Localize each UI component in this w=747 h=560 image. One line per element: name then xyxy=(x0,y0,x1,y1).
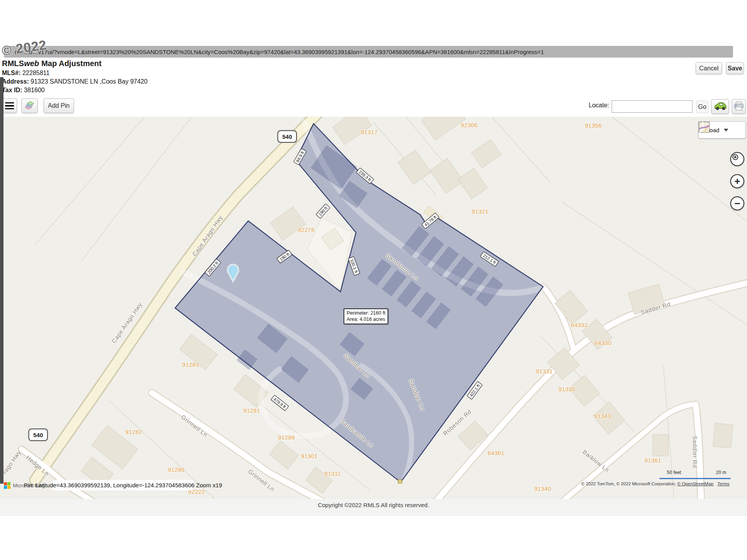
parcel-number-label: 91299 xyxy=(278,434,295,441)
street-label: Sandcastle Ln xyxy=(339,418,375,449)
parcel-number-label: 91343 xyxy=(594,413,611,419)
street-label: Grinnell Ln xyxy=(247,468,276,492)
address-label: Address: xyxy=(2,78,29,85)
map-labels-layer: Cape Arago HwyCape Arago Hwyrago HwyHedg… xyxy=(0,117,747,499)
print-button[interactable] xyxy=(732,99,746,114)
measurement-label: 41.78 ft xyxy=(421,213,439,229)
map-attribution: © 2022 TomTom, © 2022 Microsoft Corporat… xyxy=(581,481,729,486)
street-label: rago Hwy xyxy=(1,449,22,475)
street-label: Sadder Rd xyxy=(640,301,672,315)
parcel-number-label: 91283 xyxy=(182,361,199,368)
minus-icon: − xyxy=(734,198,740,208)
measurement-label: 422.1 ft xyxy=(467,381,482,399)
microsoft-logo-icon xyxy=(4,482,11,489)
url-text: rm….o…v17ui/?vmode=L&street=91323%20%20S… xyxy=(4,49,544,55)
hamburger-icon xyxy=(5,102,14,110)
scale-metric-label: 20 m xyxy=(716,470,726,475)
measurement-label: 200.2 ft xyxy=(205,259,221,276)
parcel-number-label: 91331 xyxy=(536,368,553,374)
printer-icon xyxy=(733,101,744,113)
zoom-in-button[interactable]: + xyxy=(730,174,744,188)
locate-input[interactable] xyxy=(612,100,693,113)
taxid-value: 381600 xyxy=(24,87,45,93)
cancel-button[interactable]: Cancel xyxy=(696,62,722,74)
window-edge xyxy=(0,77,4,484)
street-label: Robeson Rd xyxy=(442,408,472,437)
url-status-bar: rm….o…v17ui/?vmode=L&street=91323%20%20S… xyxy=(4,46,733,58)
street-label: Grinnell Ln xyxy=(180,413,209,438)
layers-button[interactable] xyxy=(21,98,38,113)
brand-web: web xyxy=(24,59,39,68)
route-shield-540: 540 xyxy=(28,429,48,441)
street-label: Cape Arago Hwy xyxy=(191,214,224,257)
parcel-number-label: 91282 xyxy=(125,429,142,435)
measurement-label: 190 ft xyxy=(277,250,292,264)
layers-icon xyxy=(24,100,35,112)
taxid-line: Tax ID: 381600 xyxy=(2,87,45,94)
perimeter-value: Perimeter: 2160 ft xyxy=(347,310,385,316)
parcel-number-label: 92306 xyxy=(461,122,478,128)
go-button[interactable]: Go xyxy=(696,101,708,113)
locate-me-button[interactable] xyxy=(730,152,744,166)
footer: Copyright ©2022 RMLS All rights reserved… xyxy=(0,499,747,516)
street-label: Cape Arago Hwy xyxy=(110,301,144,344)
plus-icon: + xyxy=(734,176,740,186)
parcel-number-label: 91321 xyxy=(472,208,489,215)
brand-rmls: RMLS xyxy=(2,59,24,68)
parcel-number-label: 92278 xyxy=(298,226,315,233)
pin-coordinates-status: Pin: Latitude=43.3690399592139, Longitud… xyxy=(53,480,193,490)
terms-link[interactable]: Terms xyxy=(717,481,729,486)
measurement-label: 190 ft xyxy=(316,204,330,219)
zoom-out-button[interactable]: − xyxy=(730,196,744,210)
title-rest: Map Adjustment xyxy=(39,59,102,68)
perimeter-area-infobox: Perimeter: 2160 ft Area: 4.016 acres xyxy=(344,308,388,324)
chevron-down-icon xyxy=(724,129,728,131)
pin-coordinates-text: Pin: Latitude=43.3690399592139, Longitud… xyxy=(24,482,222,488)
street-label: Saddler Rd xyxy=(692,436,698,468)
menu-button[interactable] xyxy=(2,98,17,113)
street-label: Sandstone Ln xyxy=(385,252,420,282)
parcel-number-label: 91317 xyxy=(361,129,378,135)
parcel-number-label: 64361 xyxy=(487,450,505,456)
parcel-number-label: 91311 xyxy=(324,470,341,477)
measurement-label: 84.9 ft xyxy=(293,148,307,165)
parcel-number-label: 64330 xyxy=(594,340,612,346)
street-label: Hedge Ln xyxy=(25,454,51,477)
parcel-number-label: 64332 xyxy=(571,322,588,328)
add-pin-button[interactable]: Add Pin xyxy=(44,98,74,113)
attribution-text: © 2022 TomTom, © 2022 Microsoft Corporat… xyxy=(581,481,677,486)
scale-feet-label: 50 feet xyxy=(667,470,681,475)
parcel-number-label: 91291 xyxy=(243,407,260,414)
car-icon xyxy=(713,101,727,112)
measurement-label: 479.9 ft xyxy=(271,395,289,411)
page-title: RMLSweb Map Adjustment xyxy=(2,59,102,68)
measurement-label: 100.1 ft xyxy=(348,256,360,275)
parcel-number-label: 91301 xyxy=(301,453,318,459)
locate-label: Locate: xyxy=(589,102,609,109)
parcel-number-label: 91356 xyxy=(585,122,602,129)
area-value: Area: 4.016 acres xyxy=(347,316,385,322)
driving-directions-button[interactable] xyxy=(711,99,729,114)
street-label: Sandbar Ln xyxy=(408,378,426,411)
address-line: Address: 91323 SANDSTONE LN ,Coos Bay 97… xyxy=(2,78,147,85)
mls-label: MLS#: xyxy=(2,70,21,76)
map-adjustment-window: © 2022 rm….o…v17ui/?vmode=L&street=91323… xyxy=(0,0,747,560)
measurement-label: 212.1 ft xyxy=(480,252,499,267)
map-canvas[interactable]: Cape Arago HwyCape Arago Hwyrago HwyHedg… xyxy=(0,117,747,499)
save-button[interactable]: Save xyxy=(726,62,744,74)
street-label: Sandbar Ln xyxy=(343,352,372,379)
mls-value: 22285811 xyxy=(22,70,49,76)
route-shield-540: 540 xyxy=(277,130,297,143)
parcel-number-label: 91361 xyxy=(644,457,661,464)
address-value: 91323 SANDSTONE LN ,Coos Bay 97420 xyxy=(31,78,147,85)
parcel-number-label: 91335 xyxy=(558,386,575,392)
mls-line: MLS#: 22285811 xyxy=(2,70,49,77)
scale-bar xyxy=(659,478,731,479)
street-label: Barklow Ln xyxy=(581,448,610,473)
openstreetmap-link[interactable]: © OpenStreetMap xyxy=(677,481,714,486)
parcel-number-label: 91286 xyxy=(168,466,185,473)
map-style-dropdown[interactable]: Road xyxy=(698,121,746,138)
parcel-number-label: 91340 xyxy=(534,485,551,492)
measurement-label: 239.3 ft xyxy=(356,168,374,184)
taxid-label: Tax ID: xyxy=(2,87,22,93)
